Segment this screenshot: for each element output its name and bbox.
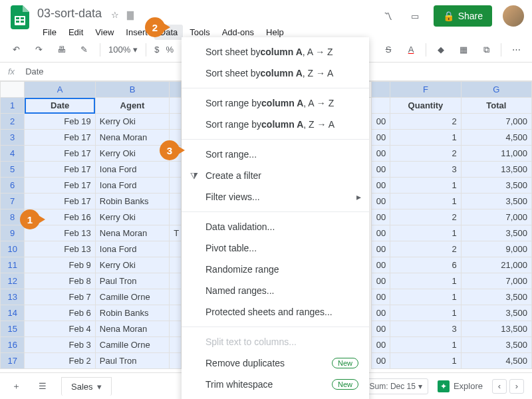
row-header[interactable]: 4 — [1, 146, 25, 162]
cell[interactable]: Camille Orne — [95, 337, 169, 353]
cell[interactable] — [170, 353, 182, 369]
row-header[interactable]: 3 — [1, 130, 25, 146]
cell[interactable] — [170, 209, 182, 225]
share-button[interactable]: 🔒 Share — [434, 5, 492, 27]
percent-icon[interactable]: % — [166, 45, 174, 55]
cell[interactable]: Iona Ford — [95, 241, 169, 257]
cell[interactable]: Feb 2 — [25, 353, 95, 369]
row-header[interactable]: 6 — [1, 178, 25, 194]
cell[interactable]: 3 — [390, 321, 461, 337]
cell[interactable]: Date — [25, 98, 95, 114]
cell[interactable]: 2 — [390, 146, 461, 162]
row-header[interactable]: 1 — [1, 98, 25, 114]
row-header[interactable]: 2 — [1, 114, 25, 130]
cell[interactable]: Feb 19 — [25, 114, 95, 130]
col-header-A[interactable]: A — [25, 82, 95, 98]
row-header[interactable]: 13 — [1, 289, 25, 305]
cell[interactable]: 00 — [371, 114, 390, 130]
cell[interactable]: Feb 4 — [25, 321, 95, 337]
cell[interactable]: Feb 7 — [25, 289, 95, 305]
cell[interactable]: Feb 17 — [25, 130, 95, 146]
redo-icon[interactable]: ↷ — [31, 42, 47, 58]
row-header[interactable]: 9 — [1, 225, 25, 241]
cell[interactable] — [170, 257, 182, 273]
cell[interactable]: 00 — [371, 209, 390, 225]
cell[interactable]: Total — [461, 98, 531, 114]
cell[interactable]: Feb 13 — [25, 241, 95, 257]
cell[interactable]: 00 — [371, 162, 390, 178]
cell[interactable]: Feb 17 — [25, 194, 95, 209]
col-header-F[interactable]: F — [390, 82, 461, 98]
dd-randomize[interactable]: Randomize range — [182, 259, 369, 280]
cell[interactable]: Nena Moran — [95, 130, 169, 146]
cell[interactable]: 13,500 — [461, 321, 531, 337]
cell[interactable]: Kerry Oki — [95, 257, 169, 273]
cell[interactable]: Camille Orne — [95, 289, 169, 305]
dd-sort-range[interactable]: Sort range... — [182, 144, 369, 165]
cell[interactable] — [170, 289, 182, 305]
cell[interactable]: 00 — [371, 146, 390, 162]
row-header[interactable]: 5 — [1, 162, 25, 178]
strike-icon[interactable]: S — [380, 42, 396, 58]
cell[interactable]: 1 — [390, 225, 461, 241]
dd-sort-sheet-za[interactable]: Sort sheet by column A, Z → A — [182, 63, 369, 84]
merge-icon[interactable]: ⧉ — [478, 42, 494, 58]
row-header[interactable]: 7 — [1, 194, 25, 209]
cell[interactable]: 00 — [371, 321, 390, 337]
avatar[interactable] — [503, 5, 524, 27]
row-header[interactable]: 15 — [1, 321, 25, 337]
row-header[interactable]: 11 — [1, 257, 25, 273]
dd-named[interactable]: Named ranges... — [182, 280, 369, 301]
cell[interactable]: 3,500 — [461, 178, 531, 194]
row-header[interactable]: 17 — [1, 353, 25, 369]
sum-chip[interactable]: Sum: Dec 15▾ — [364, 378, 428, 394]
cell[interactable]: Kerry Oki — [95, 114, 169, 130]
cell[interactable] — [170, 273, 182, 289]
cell[interactable]: Feb 8 — [25, 273, 95, 289]
cell[interactable]: 3,500 — [461, 305, 531, 321]
cell[interactable]: 6 — [390, 257, 461, 273]
cell[interactable]: Feb 6 — [25, 305, 95, 321]
cell[interactable] — [170, 114, 182, 130]
dd-create-filter[interactable]: ⧩Create a filter — [182, 165, 369, 186]
cell[interactable]: 1 — [390, 337, 461, 353]
cell[interactable]: 00 — [371, 194, 390, 209]
cell[interactable]: 3,500 — [461, 225, 531, 241]
print-icon[interactable]: 🖶 — [53, 42, 69, 58]
col-header-G[interactable]: G — [461, 82, 531, 98]
cell[interactable]: Robin Banks — [95, 305, 169, 321]
cell[interactable]: 00 — [371, 178, 390, 194]
dd-data-validation[interactable]: Data validation... — [182, 216, 369, 237]
dd-sort-range-az[interactable]: Sort range by column A, A → Z — [182, 92, 369, 114]
cell[interactable]: 1 — [390, 289, 461, 305]
cell[interactable]: Iona Ford — [95, 162, 169, 178]
more-icon[interactable]: ⋯ — [508, 42, 524, 58]
dd-sort-range-za[interactable]: Sort range by column A, Z → A — [182, 114, 369, 135]
dd-sort-sheet-az[interactable]: Sort sheet by column A, A → Z — [182, 41, 369, 63]
cell[interactable]: 00 — [371, 353, 390, 369]
row-header[interactable]: 14 — [1, 305, 25, 321]
fill-color-icon[interactable]: ◆ — [433, 42, 449, 58]
cell[interactable]: Feb 3 — [25, 337, 95, 353]
cell[interactable]: 3,500 — [461, 194, 531, 209]
add-sheet-icon[interactable]: ＋ — [8, 378, 24, 394]
dd-pivot[interactable]: Pivot table... — [182, 237, 369, 259]
cell[interactable]: 4,500 — [461, 353, 531, 369]
cell[interactable]: Nena Moran — [95, 321, 169, 337]
cell[interactable]: Nena Moran — [95, 225, 169, 241]
cell[interactable]: 3 — [390, 162, 461, 178]
menu-file[interactable]: File — [37, 25, 62, 40]
row-header[interactable]: 10 — [1, 241, 25, 257]
cell[interactable]: Feb 9 — [25, 257, 95, 273]
cell[interactable]: 2 — [390, 241, 461, 257]
cell[interactable]: Kerry Oki — [95, 209, 169, 225]
cell[interactable]: Iona Ford — [95, 178, 169, 194]
paint-format-icon[interactable]: ✎ — [76, 42, 92, 58]
cell[interactable] — [170, 162, 182, 178]
menu-edit[interactable]: Edit — [63, 25, 88, 40]
scroll-right-icon[interactable]: › — [509, 379, 524, 394]
cell[interactable]: 00 — [371, 257, 390, 273]
cell[interactable]: 13,500 — [461, 162, 531, 178]
cell[interactable]: 1 — [390, 353, 461, 369]
cell[interactable] — [170, 241, 182, 257]
